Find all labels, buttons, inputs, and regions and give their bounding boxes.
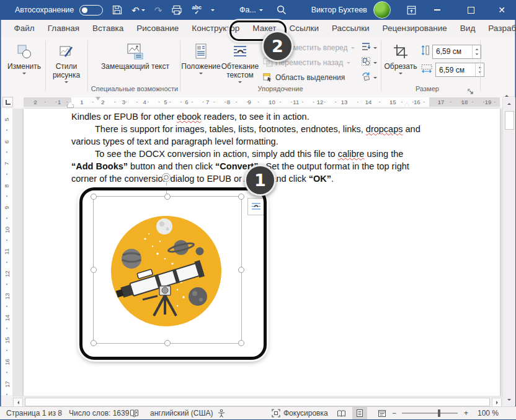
close-button[interactable]: ✕ xyxy=(491,0,512,20)
rotate-objects-button[interactable] xyxy=(361,71,380,84)
right-indent-marker[interactable] xyxy=(404,102,409,106)
tab-review[interactable]: Рецензирование xyxy=(376,20,453,37)
language-indicator[interactable]: английский (США) xyxy=(150,407,213,419)
zoom-out-button[interactable]: − xyxy=(392,407,396,419)
resize-handle-ne[interactable] xyxy=(238,194,244,200)
user-name[interactable]: Виктор Бухтеев xyxy=(311,6,367,14)
spellcheck-icon[interactable]: abc✓ xyxy=(192,5,202,15)
left-indent-marker[interactable] xyxy=(68,102,73,107)
picture-styles-button[interactable]: Стили рисунка xyxy=(47,40,86,92)
ribbon-display-options-icon[interactable] xyxy=(401,0,422,20)
resize-handle-sw[interactable] xyxy=(91,340,97,346)
web-layout-button[interactable] xyxy=(375,407,389,419)
ruler-number: 8 xyxy=(227,99,230,105)
rotate-handle-icon[interactable] xyxy=(161,172,171,185)
change-label: Изменить xyxy=(7,62,41,71)
title-bar: Автосохранение ↶ ↷ abc✓ Фа... Виктор Бух… xyxy=(0,0,516,20)
print-layout-button[interactable] xyxy=(352,407,367,419)
print-icon[interactable] xyxy=(171,5,182,16)
minimize-icon xyxy=(434,9,440,10)
position-button[interactable]: Положение xyxy=(182,40,220,92)
layout-options-icon xyxy=(251,201,262,212)
wrap-text-label: Обтекание текстом xyxy=(220,62,260,79)
change-picture-button[interactable]: Изменить xyxy=(5,40,43,92)
focus-mode-button[interactable]: Фокусировка xyxy=(272,407,328,419)
scroll-down-icon[interactable] xyxy=(504,395,514,404)
group-label-arrange: Упорядочение xyxy=(182,85,378,92)
scroll-left-icon[interactable] xyxy=(13,398,23,407)
search-icon[interactable] xyxy=(277,5,287,15)
accessibility-status-icon[interactable] xyxy=(217,407,226,419)
group-objects-button[interactable] xyxy=(361,56,380,69)
zoom-in-button[interactable]: + xyxy=(464,407,468,419)
selection-pane-button[interactable]: Область выделения xyxy=(263,71,361,84)
layout-options-button[interactable] xyxy=(247,198,265,215)
align-objects-button[interactable] xyxy=(361,41,380,55)
rotate-objects-icon xyxy=(361,71,371,84)
ribbon-tab-bar: Файл Главная Вставка Рисование Конструкт… xyxy=(1,20,515,37)
alt-text-button[interactable]: Замещающий текст xyxy=(96,40,175,92)
width-input[interactable]: 6,59 см xyxy=(435,63,484,77)
scroll-right-icon[interactable] xyxy=(492,398,502,407)
horizontal-scrollbar[interactable] xyxy=(12,396,502,407)
width-spinner[interactable] xyxy=(475,63,484,76)
tab-developer[interactable]: Разработчик xyxy=(482,20,516,37)
zoom-level[interactable]: 100 % xyxy=(478,407,499,419)
qat-customize-chevron-icon[interactable] xyxy=(211,9,215,11)
alt-text-label: Замещающий текст xyxy=(101,62,169,71)
ruler-number: 2 xyxy=(101,99,104,105)
width-value: 6,59 см xyxy=(439,66,465,74)
first-line-indent-marker[interactable] xyxy=(96,97,100,101)
document-page[interactable]: Kindles or EPUB for other ebook readers,… xyxy=(24,109,500,396)
ruler-number: 5 xyxy=(3,118,10,121)
page-indicator[interactable]: Страница 1 из 8 xyxy=(6,407,62,419)
read-mode-button[interactable] xyxy=(334,407,349,419)
maximize-button[interactable] xyxy=(460,0,481,20)
title-chevron-icon xyxy=(259,9,263,11)
scroll-up-icon[interactable] xyxy=(504,99,514,109)
zoom-slider-thumb[interactable] xyxy=(438,409,440,417)
wrap-text-button[interactable]: Обтекание текстом xyxy=(220,40,260,92)
align-objects-icon xyxy=(361,42,371,54)
tab-view[interactable]: Вид xyxy=(453,20,481,37)
toggle-knob-icon xyxy=(82,7,87,13)
user-avatar[interactable] xyxy=(373,1,391,19)
resize-handle-n[interactable] xyxy=(164,194,171,200)
ruler-number: 17 xyxy=(3,381,10,388)
horizontal-ruler: 21 12345678910111213141516 171819 xyxy=(1,96,502,109)
text-line: To see the DOCX conversion in action, si… xyxy=(71,148,467,160)
resize-handle-e[interactable] xyxy=(238,267,244,273)
tab-home[interactable]: Главная xyxy=(41,20,86,37)
ruler-number: 12 xyxy=(3,270,10,277)
save-icon[interactable] xyxy=(112,5,122,15)
ruler-number: 6 xyxy=(185,99,188,105)
text-line: There is support for images, tables, lis… xyxy=(71,123,467,135)
proofing-errors-icon[interactable] xyxy=(130,407,139,419)
tab-insert[interactable]: Вставка xyxy=(86,20,130,37)
height-spinner[interactable] xyxy=(472,45,481,58)
undo-icon[interactable]: ↶ xyxy=(131,6,145,15)
height-input[interactable]: 6,59 см xyxy=(432,45,481,59)
tab-file[interactable]: Файл xyxy=(7,20,41,37)
word-count[interactable]: Число слов: 1639 xyxy=(69,407,129,419)
tab-references[interactable]: Ссылки xyxy=(283,20,326,37)
vertical-scroll-thumb[interactable] xyxy=(505,111,514,130)
text-line: various types of text and paragraph leve… xyxy=(71,135,443,148)
tab-design[interactable]: Конструктор xyxy=(185,20,246,37)
resize-handle-s[interactable] xyxy=(164,340,171,346)
group-objects-icon xyxy=(361,56,371,69)
vertical-scrollbar[interactable] xyxy=(502,97,515,406)
resize-handle-nw[interactable] xyxy=(91,194,97,200)
zoom-slider[interactable] xyxy=(402,413,458,414)
tab-mailings[interactable]: Рассылки xyxy=(326,20,376,37)
height-value: 6,59 см xyxy=(436,47,461,56)
tab-stop-selector[interactable] xyxy=(2,97,13,107)
tab-draw[interactable]: Рисование xyxy=(130,20,185,37)
horizontal-scroll-thumb[interactable] xyxy=(25,398,490,406)
resize-handle-w[interactable] xyxy=(91,267,97,273)
autosave-toggle[interactable] xyxy=(79,5,103,16)
resize-handle-se[interactable] xyxy=(238,340,244,346)
document-title[interactable]: Фа... xyxy=(239,6,256,14)
crop-button[interactable]: Обрезать xyxy=(383,40,418,92)
minimize-button[interactable] xyxy=(427,0,448,20)
